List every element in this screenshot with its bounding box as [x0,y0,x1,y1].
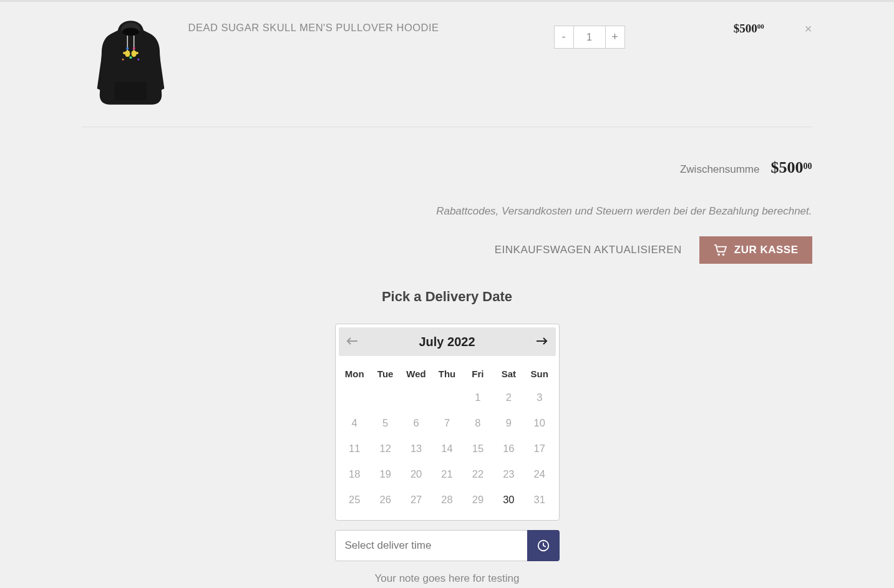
cart-item-row: DEAD SUGAR SKULL MEN'S PULLOVER HOODIE -… [82,2,812,127]
svg-point-6 [132,47,135,50]
arrow-left-icon [346,336,359,346]
calendar-day: 12 [371,436,400,461]
checkout-button[interactable]: ZUR KASSE [699,236,812,264]
delivery-time-input[interactable] [335,530,527,561]
calendar-day: 15 [463,436,492,461]
calendar-next-button[interactable] [535,334,548,350]
tax-note: Rabattcodes, Versandkosten und Steuern w… [82,205,812,218]
calendar-day: 1 [463,385,492,410]
calendar-day-header: Thu [432,364,462,384]
calendar-day: 18 [340,462,369,486]
calendar-day: 19 [371,462,400,486]
calendar-day: 13 [401,436,430,461]
calendar-day: 2 [494,385,523,410]
clock-icon [537,539,550,552]
calendar-day: 21 [432,462,462,486]
subtotal-row: Zwischensumme $50000 [82,158,812,177]
svg-point-8 [122,59,124,60]
calendar-day[interactable]: 30 [494,488,523,512]
delivery-note: Your note goes here for testing [82,572,812,585]
calendar-day-header: Sun [525,364,554,384]
calendar-day: 24 [525,462,554,486]
calendar-day: 26 [371,488,400,512]
calendar-day: 10 [525,411,554,435]
calendar-day [371,385,400,410]
svg-point-5 [126,47,129,50]
calendar-day-header: Tue [371,364,400,384]
product-image[interactable] [82,14,179,111]
remove-item-button[interactable]: × [805,22,812,36]
calendar-day: 27 [401,488,430,512]
qty-input[interactable] [574,26,605,49]
calendar-day [401,385,430,410]
calendar-day: 3 [525,385,554,410]
quantity-controls: - + [554,26,625,49]
svg-point-9 [137,59,139,60]
calendar-day [432,385,462,410]
checkout-label: ZUR KASSE [734,244,799,256]
calendar-day-header: Mon [340,364,369,384]
subtotal-price: $50000 [771,158,812,177]
delivery-title: Pick a Delivery Date [82,289,812,305]
calendar-day-header: Wed [401,364,430,384]
calendar-month: July 2022 [419,335,475,349]
calendar-day: 4 [340,411,369,435]
calendar-day: 17 [525,436,554,461]
calendar-day: 29 [463,488,492,512]
svg-rect-12 [114,82,147,100]
product-title[interactable]: DEAD SUGAR SKULL MEN'S PULLOVER HOODIE [188,14,554,34]
calendar-day: 6 [401,411,430,435]
calendar-day: 23 [494,462,523,486]
svg-point-7 [129,56,132,59]
calendar-day: 20 [401,462,430,486]
calendar-day: 7 [432,411,462,435]
svg-point-10 [125,51,130,57]
calendar-prev-button [346,334,359,350]
hoodie-image [92,17,170,108]
calendar-day: 22 [463,462,492,486]
calendar: July 2022 MonTueWedThuFriSatSun123456789… [335,324,560,521]
calendar-day: 14 [432,436,462,461]
subtotal-label: Zwischensumme [680,163,760,176]
calendar-day: 5 [371,411,400,435]
qty-decrease-button[interactable]: - [554,26,574,49]
cart-icon [713,244,727,256]
calendar-day: 25 [340,488,369,512]
calendar-day: 31 [525,488,554,512]
delivery-time-button[interactable] [527,530,560,561]
calendar-day: 8 [463,411,492,435]
calendar-day: 28 [432,488,462,512]
svg-point-0 [122,28,139,36]
calendar-day [340,385,369,410]
arrow-right-icon [535,336,548,346]
calendar-day: 16 [494,436,523,461]
calendar-day: 9 [494,411,523,435]
calendar-day: 11 [340,436,369,461]
svg-point-13 [717,253,720,256]
calendar-day-header: Fri [463,364,492,384]
svg-point-11 [131,51,136,57]
svg-point-14 [722,253,724,256]
qty-increase-button[interactable]: + [605,26,625,49]
update-cart-button[interactable]: EINKAUFSWAGEN AKTUALISIEREN [495,244,682,256]
calendar-day-header: Sat [494,364,523,384]
line-price: $50000 [734,22,764,36]
